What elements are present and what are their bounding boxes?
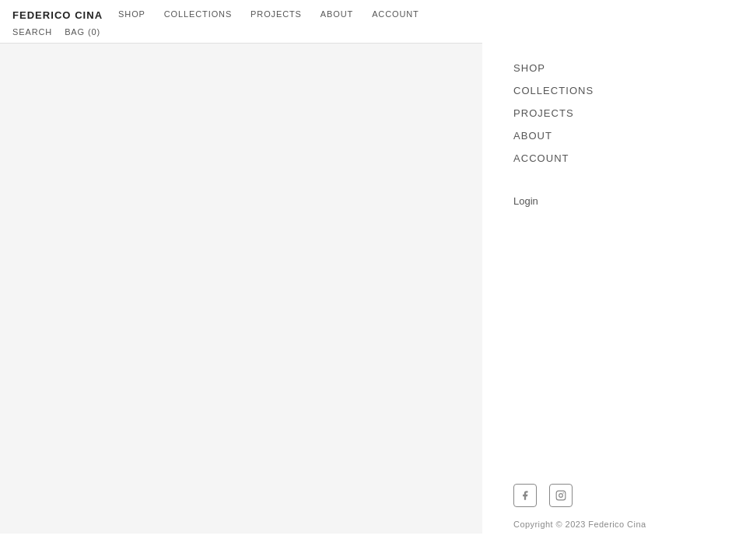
nav-projects[interactable]: PROJECTS [250,9,302,19]
instagram-icon[interactable] [549,484,573,507]
menu-item-about[interactable]: ABOUT [513,130,722,142]
brand-name[interactable]: FEDERICO CINA [12,9,103,21]
nav-account[interactable]: ACCOUNT [372,9,419,19]
left-content [0,44,482,534]
svg-rect-0 [556,491,566,500]
menu-copyright: Copyright © 2023 Federico Cina [513,520,722,529]
bag-link[interactable]: BAG (0) [65,27,100,37]
menu-login[interactable]: Login [513,195,722,207]
nav-collections[interactable]: COLLECTIONS [164,9,232,19]
menu-nav-items: SHOP COLLECTIONS PROJECTS ABOUT ACCOUNT [513,62,722,164]
nav-about[interactable]: ABOUT [320,9,353,19]
menu-item-collections[interactable]: COLLECTIONS [513,85,722,96]
svg-point-1 [559,494,563,498]
svg-point-2 [563,492,564,493]
facebook-icon[interactable] [513,484,537,507]
menu-social [513,484,722,507]
menu-item-shop[interactable]: SHOP [513,62,722,74]
menu-item-projects[interactable]: PROJECTS [513,107,722,119]
search-link[interactable]: SEARCH [12,27,52,37]
main-nav: SHOP COLLECTIONS PROJECTS ABOUT ACCOUNT [118,9,419,19]
menu-overlay: SHOP COLLECTIONS PROJECTS ABOUT ACCOUNT … [482,0,753,560]
nav-shop[interactable]: SHOP [118,9,145,19]
menu-item-account[interactable]: ACCOUNT [513,152,722,164]
